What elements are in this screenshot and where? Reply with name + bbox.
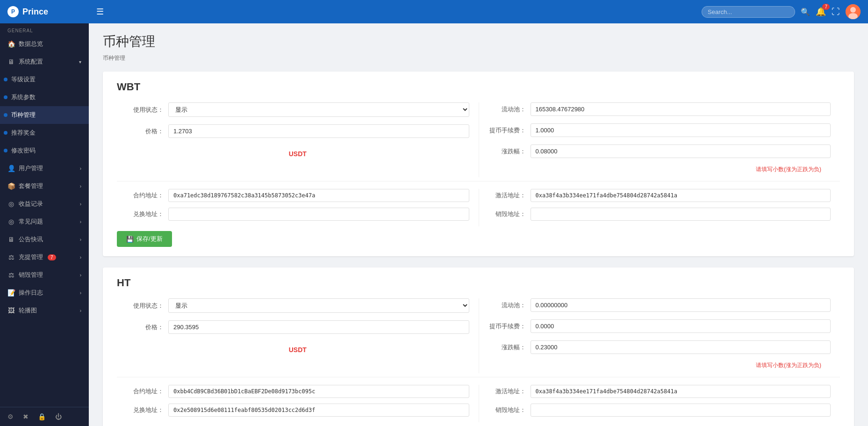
price-input-wbt[interactable]	[168, 124, 469, 138]
redeem-addr-input-ht[interactable]	[168, 404, 469, 417]
price-label-wbt: 价格：	[126, 127, 164, 136]
sidebar-item-deposit-mgmt[interactable]: ⚖ 充提管理 7 ›	[0, 248, 89, 266]
use-status-label-ht: 使用状态：	[126, 302, 164, 310]
redeem-addr-input-wbt[interactable]	[168, 208, 469, 221]
address-row-contract-ht: 合约地址：	[126, 385, 469, 398]
dot-icon	[4, 113, 7, 117]
sidebar-item-carousel[interactable]: 🖼 轮播图 ›	[0, 302, 89, 319]
search-input[interactable]	[702, 6, 795, 18]
chevron-down-icon: ▾	[79, 59, 81, 65]
address-row-activate-wbt: 激活地址：	[488, 189, 831, 202]
save-icon: 💾	[126, 236, 134, 243]
sidebar-item-change-password[interactable]: 修改密码	[0, 142, 89, 159]
price-change-input-ht[interactable]	[531, 340, 831, 354]
address-row-activate-ht: 激活地址：	[488, 385, 831, 398]
fullscreen-icon[interactable]: ⛶	[832, 7, 840, 17]
destroy-addr-input-ht[interactable]	[531, 404, 831, 417]
save-button-wbt[interactable]: 💾 保存/更新	[117, 231, 172, 247]
chevron-right-icon: ›	[80, 308, 81, 313]
form-row-price-ht: 价格：	[126, 320, 469, 334]
sidebar-item-user-mgmt[interactable]: 👤 用户管理 ›	[0, 159, 89, 177]
hint-text-ht: 请填写小数(涨为正跌为负)	[488, 361, 831, 369]
notification-bell[interactable]: 🔔 7	[816, 7, 826, 17]
power-icon[interactable]: ⏻	[55, 413, 62, 420]
chevron-right-icon: ›	[80, 273, 81, 278]
activate-addr-input-ht[interactable]	[531, 385, 831, 398]
sidebar: P Prince GENERAL 🏠 数据总览 🖥 系统配置 ▾ 等级设置 系统…	[0, 0, 89, 426]
destroy-addr-label-ht: 销毁地址：	[488, 406, 526, 414]
currency-card-wbt: WBT 使用状态： 显示 隐藏 价格： USDT	[103, 72, 854, 256]
sidebar-label-destroy-mgmt: 销毁管理	[19, 271, 43, 279]
dot-icon	[4, 131, 7, 135]
form-row-withdrawal-fee-ht: 提币手续费：	[488, 319, 831, 333]
sidebar-header: P Prince	[0, 0, 89, 23]
sidebar-item-system-params[interactable]: 系统参数	[0, 88, 89, 106]
usdt-label-wbt: USDT	[126, 145, 469, 162]
form-row-withdrawal-fee-wbt: 提币手续费：	[488, 123, 831, 137]
sidebar-item-dashboard[interactable]: 🏠 数据总览	[0, 35, 89, 53]
use-status-select-wbt[interactable]: 显示 隐藏	[168, 102, 469, 117]
sidebar-item-level-settings[interactable]: 等级设置	[0, 71, 89, 88]
avatar[interactable]	[846, 4, 861, 19]
lock-icon[interactable]: 🔒	[38, 413, 46, 420]
address-section-wbt: 合约地址： 兑换地址： 激活地址：	[117, 181, 840, 226]
form-right-wbt: 流动池： 提币手续费： 涨跌幅： 请填写小数(涨为正跌为负)	[479, 102, 840, 177]
dot-icon	[4, 78, 7, 81]
form-row-liquidity-ht: 流动池：	[488, 298, 831, 312]
destroy-addr-label-wbt: 销毁地址：	[488, 210, 526, 218]
user-icon: 👤	[7, 165, 15, 172]
sidebar-label-dashboard: 数据总览	[19, 40, 43, 48]
main-area: ☰ 🔍 🔔 7 ⛶ 币种管理 币种管理 WBT	[89, 0, 868, 426]
price-change-label-wbt: 涨跌幅：	[488, 147, 526, 156]
sidebar-label-package-mgmt: 套餐管理	[19, 182, 43, 190]
sidebar-item-faq[interactable]: ◎ 常见问题 ›	[0, 213, 89, 231]
use-status-select-ht[interactable]: 显示 隐藏	[168, 298, 469, 313]
withdrawal-fee-input-ht[interactable]	[531, 319, 831, 333]
form-row-price-wbt: 价格：	[126, 124, 469, 138]
chevron-right-icon: ›	[80, 219, 81, 224]
activate-addr-input-wbt[interactable]	[531, 189, 831, 202]
chevron-right-icon: ›	[80, 184, 81, 189]
sidebar-item-income-records[interactable]: ◎ 收益记录 ›	[0, 195, 89, 213]
logo-icon: P	[7, 6, 19, 17]
breadcrumb: 币种管理	[103, 54, 854, 62]
hint-text-wbt: 请填写小数(涨为正跌为负)	[488, 166, 831, 173]
use-status-label-wbt: 使用状态：	[126, 106, 164, 114]
sidebar-item-operation-log[interactable]: 📝 操作日志 ›	[0, 284, 89, 302]
sidebar-item-currency-mgmt[interactable]: 币种管理	[0, 106, 89, 124]
sidebar-label-user-mgmt: 用户管理	[19, 164, 43, 173]
sidebar-label-level-settings: 等级设置	[11, 75, 36, 84]
sidebar-item-referral-bonus[interactable]: 推荐奖金	[0, 124, 89, 142]
price-change-label-ht: 涨跌幅：	[488, 343, 526, 352]
sidebar-item-package-mgmt[interactable]: 📦 套餐管理 ›	[0, 177, 89, 195]
price-change-input-wbt[interactable]	[531, 144, 831, 158]
liquidity-input-wbt[interactable]	[531, 102, 831, 116]
contract-addr-input-ht[interactable]	[168, 385, 469, 398]
menu-icon[interactable]: ☰	[96, 7, 104, 17]
chevron-right-icon: ›	[80, 255, 81, 260]
sidebar-item-announcements[interactable]: 🖥 公告快讯 ›	[0, 231, 89, 248]
liquidity-input-ht[interactable]	[531, 298, 831, 312]
sidebar-item-destroy-mgmt[interactable]: ⚖ 销毁管理 ›	[0, 266, 89, 284]
form-right-ht: 流动池： 提币手续费： 涨跌幅： 请填写小数(涨为正跌为负)	[479, 298, 840, 373]
address-row-redeem-ht: 兑换地址：	[126, 404, 469, 417]
address-row-destroy-wbt: 销毁地址：	[488, 208, 831, 221]
withdrawal-fee-input-wbt[interactable]	[531, 123, 831, 137]
monitor-icon: 🖥	[7, 58, 15, 65]
liquidity-label-wbt: 流动池：	[488, 105, 526, 114]
search-icon[interactable]: 🔍	[801, 7, 810, 16]
sidebar-item-system-config[interactable]: 🖥 系统配置 ▾	[0, 53, 89, 71]
destroy-icon: ⚖	[7, 271, 15, 279]
sidebar-footer: ⚙ ✖ 🔒 ⏻	[0, 407, 89, 426]
redeem-addr-label-ht: 兑换地址：	[126, 406, 164, 414]
income-icon: ◎	[7, 200, 15, 208]
destroy-addr-input-wbt[interactable]	[531, 208, 831, 221]
price-input-ht[interactable]	[168, 320, 469, 334]
tools-icon[interactable]: ✖	[23, 413, 29, 420]
form-left-ht: 使用状态： 显示 隐藏 价格： USDT	[117, 298, 479, 373]
address-row-contract-wbt: 合约地址：	[126, 189, 469, 202]
contract-addr-input-wbt[interactable]	[168, 189, 469, 202]
content-area: 币种管理 币种管理 WBT 使用状态： 显示 隐藏 价格：	[89, 23, 868, 426]
app-name: Prince	[22, 7, 48, 17]
settings-icon[interactable]: ⚙	[7, 413, 14, 420]
